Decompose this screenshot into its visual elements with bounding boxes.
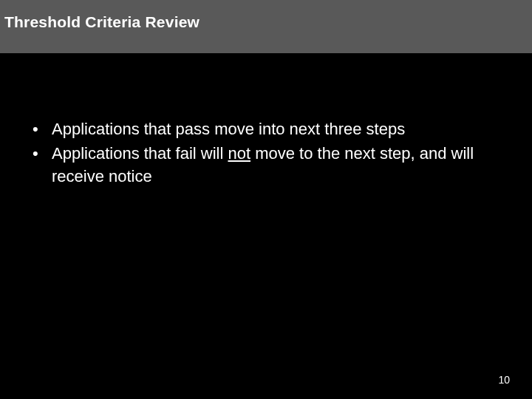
list-item: Applications that fail will not move to …	[22, 143, 510, 188]
bullet-list: Applications that pass move into next th…	[22, 118, 510, 188]
slide-title: Threshold Criteria Review	[4, 13, 528, 31]
bullet-text: Applications that pass move into next th…	[52, 120, 405, 138]
slide-content: Applications that pass move into next th…	[0, 53, 532, 188]
bullet-text-underline: not	[228, 144, 250, 163]
bullet-text: Applications that fail will	[52, 144, 228, 163]
slide-header: Threshold Criteria Review	[0, 0, 532, 53]
list-item: Applications that pass move into next th…	[22, 118, 510, 141]
page-number: 10	[498, 374, 510, 386]
